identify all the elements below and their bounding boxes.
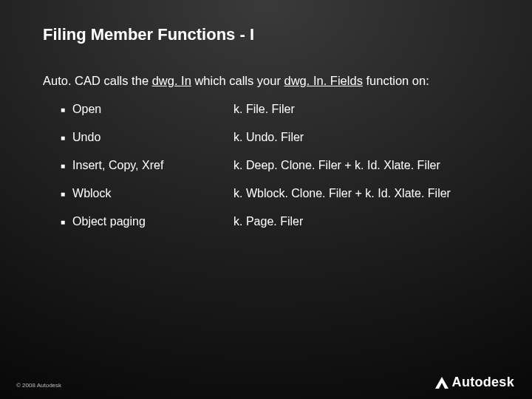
autodesk-logo: Autodesk	[434, 375, 514, 390]
list-item: ■ Undo k. Undo. Filer	[61, 130, 495, 146]
item-right: k. Deep. Clone. Filer + k. Id. Xlate. Fi…	[233, 158, 495, 174]
bullet-icon: ■	[61, 186, 65, 202]
slide-content: Filing Member Functions - I Auto. CAD ca…	[0, 0, 532, 231]
item-left: Open	[72, 102, 233, 117]
bullet-list: ■ Open k. File. Filer ■ Undo k. Undo. Fi…	[43, 102, 495, 231]
intro-underline-2: dwg. In. Fields	[284, 74, 363, 87]
intro-mid: which calls your	[191, 74, 284, 87]
list-item: ■ Wblock k. Wblock. Clone. Filer + k. Id…	[61, 186, 495, 202]
intro-post: function on:	[363, 74, 429, 87]
intro-pre: Auto. CAD calls the	[43, 74, 152, 87]
copyright-footer: © 2008 Autodesk	[16, 382, 61, 389]
intro-underline-1: dwg. In	[152, 74, 191, 87]
bullet-icon: ■	[61, 102, 65, 118]
bullet-icon: ■	[61, 214, 65, 231]
slide-title: Filing Member Functions - I	[43, 25, 495, 44]
item-left: Insert, Copy, Xref	[72, 158, 233, 174]
autodesk-logo-text: Autodesk	[452, 375, 514, 390]
list-item: ■ Open k. File. Filer	[61, 102, 495, 118]
item-right: k. Undo. Filer	[233, 130, 495, 146]
bullet-icon: ■	[61, 158, 65, 174]
item-left: Undo	[72, 130, 233, 146]
list-item: ■ Insert, Copy, Xref k. Deep. Clone. Fil…	[61, 158, 495, 174]
bullet-icon: ■	[61, 130, 65, 146]
item-left: Object paging	[72, 214, 233, 230]
item-right: k. File. Filer	[233, 102, 495, 117]
item-right: k. Wblock. Clone. Filer + k. Id. Xlate. …	[233, 186, 495, 202]
item-right: k. Page. Filer	[233, 214, 495, 230]
list-item: ■ Object paging k. Page. Filer	[61, 214, 495, 231]
autodesk-logo-icon	[434, 376, 449, 389]
item-left: Wblock	[72, 186, 233, 202]
intro-text: Auto. CAD calls the dwg. In which calls …	[43, 72, 495, 89]
